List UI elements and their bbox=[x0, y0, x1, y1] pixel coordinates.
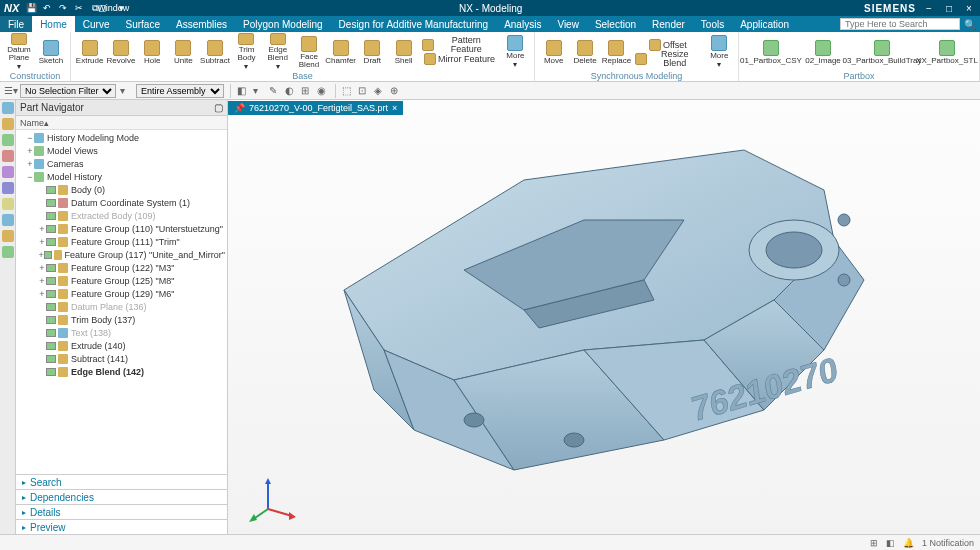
resource-icon-7[interactable] bbox=[2, 198, 14, 210]
tree-node[interactable]: +Feature Group (129) "M6" bbox=[18, 287, 225, 300]
tab-assemblies[interactable]: Assemblies bbox=[168, 16, 235, 32]
tab-tools[interactable]: Tools bbox=[693, 16, 732, 32]
tb-ico-8[interactable]: ⊡ bbox=[358, 85, 370, 97]
close-button[interactable]: × bbox=[962, 3, 976, 14]
resource-icon-3[interactable] bbox=[2, 134, 14, 146]
draft-button[interactable]: Draft bbox=[358, 33, 387, 71]
tb-ico-4[interactable]: ◐ bbox=[285, 85, 297, 97]
chamfer-button[interactable]: Chamfer bbox=[326, 33, 356, 71]
tree-node[interactable]: +Model Views bbox=[18, 144, 225, 157]
resource-icon-4[interactable] bbox=[2, 150, 14, 162]
tree-node[interactable]: +Feature Group (125) "M8" bbox=[18, 274, 225, 287]
tb-ico-6[interactable]: ◉ bbox=[317, 85, 329, 97]
tree-node[interactable]: −Model History bbox=[18, 170, 225, 183]
tab-selection[interactable]: Selection bbox=[587, 16, 644, 32]
search-icon[interactable]: 🔍 bbox=[960, 19, 980, 30]
qat-undo-icon[interactable]: ↶ bbox=[41, 2, 53, 14]
tb-ico-10[interactable]: ⊕ bbox=[390, 85, 402, 97]
tree-node[interactable]: +Feature Group (111) "Trim" bbox=[18, 235, 225, 248]
qat-redo-icon[interactable]: ↷ bbox=[57, 2, 69, 14]
tree-node[interactable]: Extracted Body (109) bbox=[18, 209, 225, 222]
tree-node[interactable]: +Feature Group (110) "Unterstuetzung" bbox=[18, 222, 225, 235]
tab-application[interactable]: Application bbox=[732, 16, 797, 32]
maximize-button[interactable]: □ bbox=[942, 3, 956, 14]
tree-node[interactable]: Trim Body (137) bbox=[18, 313, 225, 326]
sketch-button[interactable]: Sketch bbox=[36, 33, 66, 71]
tree-node[interactable]: −History Modeling Mode bbox=[18, 131, 225, 144]
tb-ico-5[interactable]: ⊞ bbox=[301, 85, 313, 97]
mirror-feature-button[interactable]: Mirror Feature bbox=[420, 52, 499, 66]
tab-view[interactable]: View bbox=[549, 16, 587, 32]
resource-icon-9[interactable] bbox=[2, 230, 14, 242]
tb-ico-9[interactable]: ◈ bbox=[374, 85, 386, 97]
sync-more-button[interactable]: More▾ bbox=[705, 33, 734, 71]
replace-button[interactable]: Replace bbox=[602, 33, 631, 71]
tab-additive[interactable]: Design for Additive Manufacturing bbox=[331, 16, 497, 32]
search-input[interactable] bbox=[840, 18, 960, 30]
resource-icon-10[interactable] bbox=[2, 246, 14, 258]
nav-section-search[interactable]: ▸Search bbox=[16, 474, 227, 489]
extrude-button[interactable]: Extrude bbox=[75, 33, 104, 71]
unite-button[interactable]: Unite bbox=[169, 33, 198, 71]
tab-home[interactable]: Home bbox=[32, 16, 75, 32]
tb-ico-3[interactable]: ✎ bbox=[269, 85, 281, 97]
notification-text[interactable]: 1 Notification bbox=[922, 538, 974, 548]
hole-button[interactable]: Hole bbox=[138, 33, 167, 71]
trim-body-button[interactable]: Trim Body▾ bbox=[232, 33, 261, 71]
pattern-feature-button[interactable]: Pattern Feature bbox=[420, 38, 499, 52]
tab-render[interactable]: Render bbox=[644, 16, 693, 32]
face-blend-button[interactable]: Face Blend bbox=[294, 33, 323, 71]
navigator-close-icon[interactable]: ▢ bbox=[214, 102, 223, 113]
tree-node[interactable]: Datum Coordinate System (1) bbox=[18, 196, 225, 209]
tree-node[interactable]: Body (0) bbox=[18, 183, 225, 196]
view-triad[interactable] bbox=[248, 474, 298, 524]
tree-node[interactable]: Datum Plane (136) bbox=[18, 300, 225, 313]
tab-surface[interactable]: Surface bbox=[118, 16, 168, 32]
shell-button[interactable]: Shell bbox=[389, 33, 418, 71]
status-icon-2[interactable]: ◧ bbox=[886, 538, 895, 548]
resource-icon-1[interactable] bbox=[2, 102, 14, 114]
datum-plane-button[interactable]: Datum Plane▾ bbox=[4, 33, 34, 71]
tb-ico-7[interactable]: ⬚ bbox=[342, 85, 354, 97]
delete-button[interactable]: Delete bbox=[570, 33, 599, 71]
base-more-button[interactable]: More▾ bbox=[501, 33, 530, 71]
assembly-scope-dropdown[interactable]: Entire Assembly bbox=[136, 84, 224, 98]
partbox-buildtray-button[interactable]: 03_Partbox_BuildTray bbox=[847, 33, 917, 71]
tree-node[interactable]: +Feature Group (117) "Unite_and_Mirror" bbox=[18, 248, 225, 261]
tab-file[interactable]: File bbox=[0, 16, 32, 32]
resource-icon-5[interactable] bbox=[2, 166, 14, 178]
tab-pin-icon[interactable]: 📌 bbox=[234, 103, 245, 113]
partbox-image-button[interactable]: 02_Image bbox=[801, 33, 845, 71]
nav-section-preview[interactable]: ▸Preview bbox=[16, 519, 227, 534]
selection-filter-dropdown[interactable]: No Selection Filter bbox=[20, 84, 116, 98]
tab-polygon-modeling[interactable]: Polygon Modeling bbox=[235, 16, 331, 32]
tab-curve[interactable]: Curve bbox=[75, 16, 118, 32]
resource-icon-6[interactable] bbox=[2, 182, 14, 194]
edge-blend-button[interactable]: Edge Blend▾ bbox=[263, 33, 292, 71]
tree-node[interactable]: Extrude (140) bbox=[18, 339, 225, 352]
resource-icon-8[interactable] bbox=[2, 214, 14, 226]
nav-section-dependencies[interactable]: ▸Dependencies bbox=[16, 489, 227, 504]
move-button[interactable]: Move bbox=[539, 33, 568, 71]
revolve-button[interactable]: Revolve bbox=[106, 33, 135, 71]
tab-analysis[interactable]: Analysis bbox=[496, 16, 549, 32]
qat-window-dropdown[interactable]: ▢ Window ▾ bbox=[105, 2, 117, 14]
resize-blend-button[interactable]: Resize Blend bbox=[633, 52, 703, 66]
tree-node[interactable]: Edge Blend (142) bbox=[18, 365, 225, 378]
notification-bell-icon[interactable]: 🔔 bbox=[903, 538, 914, 548]
qat-save-icon[interactable]: 💾 bbox=[25, 2, 37, 14]
status-icon-1[interactable]: ⊞ bbox=[870, 538, 878, 548]
navigator-column-header[interactable]: Name ▴ bbox=[16, 116, 227, 130]
partbox-csy-button[interactable]: 01_Partbox_CSY bbox=[743, 33, 799, 71]
minimize-button[interactable]: − bbox=[922, 3, 936, 14]
part-model[interactable]: 76210270 bbox=[264, 110, 884, 490]
menu-icon[interactable]: ☰▾ bbox=[4, 85, 16, 97]
navigator-tree[interactable]: −History Modeling Mode+Model Views+Camer… bbox=[16, 130, 227, 474]
tree-node[interactable]: +Cameras bbox=[18, 157, 225, 170]
qat-cut-icon[interactable]: ✂ bbox=[73, 2, 85, 14]
subtract-button[interactable]: Subtract bbox=[200, 33, 230, 71]
partbox-stl-button[interactable]: XX_Partbox_STL bbox=[919, 33, 975, 71]
tree-node[interactable]: Text (138) bbox=[18, 326, 225, 339]
tree-node[interactable]: Subtract (141) bbox=[18, 352, 225, 365]
tb-ico-2[interactable]: ▾ bbox=[253, 85, 265, 97]
